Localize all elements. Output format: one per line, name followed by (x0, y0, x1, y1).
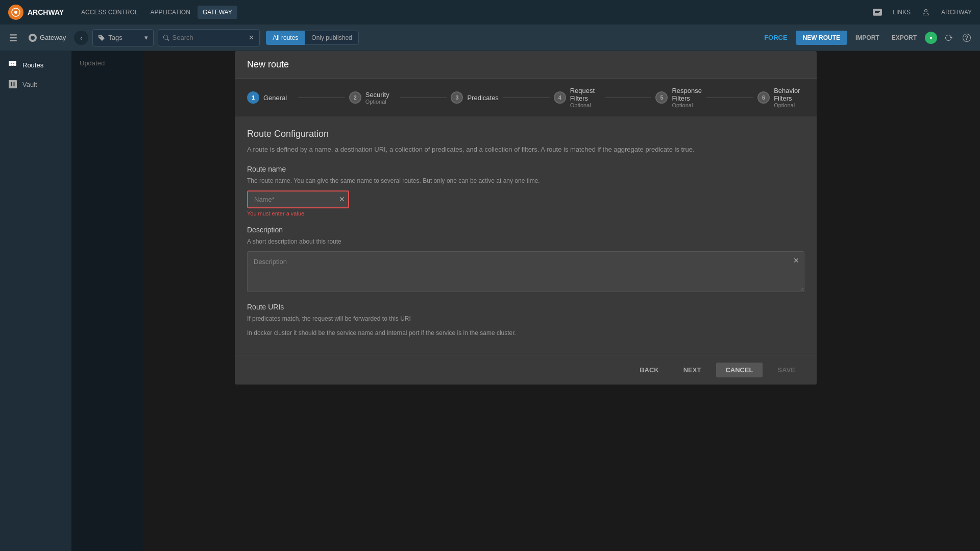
nav-gateway[interactable]: GATEWAY (198, 6, 237, 19)
step-2-circle: 2 (349, 91, 361, 104)
step-5-circle: 5 (655, 91, 668, 104)
route-name-input[interactable] (247, 190, 349, 208)
back-button[interactable]: BACK (630, 363, 668, 377)
nav-application[interactable]: APPLICATION (145, 6, 195, 19)
route-uris-title: Route URIs (247, 303, 804, 311)
stepper: 1 General 2 Security O (235, 79, 817, 116)
main-layout: Routes Vault New route 1 (0, 51, 980, 551)
modal-footer: BACK NEXT CANCEL SAVE (235, 355, 817, 385)
tags-dropdown-arrow: ▾ (144, 34, 148, 41)
step-4-sublabel: Optional (570, 102, 601, 108)
name-error-msg: You must enter a value (247, 210, 804, 217)
step-4-label: Request Filters (570, 87, 601, 102)
app-name: ARCHWAY (28, 8, 64, 16)
second-nav: Gateway ‹ Tags ▾ ✕ All routes Only publi… (0, 25, 980, 51)
search-clear-icon[interactable]: ✕ (249, 34, 254, 41)
refresh-icon[interactable] (941, 31, 955, 45)
step-6-sublabel: Optional (774, 102, 804, 108)
step-5[interactable]: 5 Response Filters Optional (655, 87, 702, 108)
search-icon (163, 34, 169, 41)
logo-icon (8, 5, 23, 20)
description-title: Description (247, 226, 804, 234)
content-area: New route 1 General (71, 51, 980, 551)
modal-title: New route (247, 59, 289, 69)
step-5-label: Response Filters (672, 87, 702, 102)
filter-only-published[interactable]: Only published (305, 31, 358, 45)
description-desc: A short description about this route (247, 237, 804, 246)
next-button[interactable]: NEXT (674, 363, 710, 377)
step-1[interactable]: 1 General (247, 91, 294, 104)
sidebar-item-routes[interactable]: Routes (0, 55, 71, 75)
step-1-label: General (263, 94, 287, 102)
top-nav: ARCHWAY ACCESS CONTROL APPLICATION GATEW… (0, 0, 980, 25)
route-name-title: Route name (247, 165, 804, 173)
app-logo[interactable]: ARCHWAY (8, 5, 64, 20)
routes-icon (8, 60, 17, 69)
links-btn[interactable]: LINKS (893, 9, 911, 16)
vault-icon (8, 80, 17, 89)
step-2-label: Security (365, 91, 389, 99)
step-6-label: Behavior Filters (774, 87, 804, 102)
filter-buttons: All routes Only published (266, 31, 358, 45)
step-6[interactable]: 6 Behavior Filters Optional (757, 87, 804, 108)
status-dot: ● (925, 32, 937, 44)
user-icon[interactable] (919, 5, 933, 19)
step-3[interactable]: 3 Predicates (451, 91, 498, 104)
step-connector-2 (400, 98, 447, 98)
force-button[interactable]: FORCE (760, 34, 792, 41)
modal-header: New route (235, 51, 817, 79)
chat-icon[interactable] (870, 5, 885, 19)
nav-back-btn[interactable]: ‹ (74, 31, 88, 45)
name-clear-icon[interactable]: ✕ (339, 195, 345, 203)
step-3-circle: 3 (451, 91, 463, 104)
gateway-label: Gateway (40, 34, 66, 41)
tags-select[interactable]: Tags ▾ (92, 29, 154, 46)
export-button[interactable]: EXPORT (888, 32, 921, 43)
cancel-button[interactable]: CANCEL (716, 363, 762, 377)
step-connector-5 (706, 98, 753, 98)
step-3-label: Predicates (467, 94, 498, 102)
tags-label: Tags (108, 34, 122, 41)
step-connector-3 (503, 98, 550, 98)
name-input-wrapper: ✕ (247, 190, 349, 208)
nav-access-control[interactable]: ACCESS CONTROL (76, 6, 143, 19)
vault-label: Vault (22, 81, 37, 88)
new-route-button[interactable]: NEW ROUTE (796, 31, 847, 45)
tag-icon (98, 34, 105, 41)
menu-icon[interactable] (6, 31, 20, 45)
save-button[interactable]: SAVE (769, 363, 804, 377)
svg-point-1 (14, 11, 17, 14)
search-box[interactable]: ✕ (158, 29, 260, 46)
routes-label: Routes (22, 61, 43, 69)
gateway-nav-item[interactable]: Gateway (24, 32, 70, 44)
import-button[interactable]: IMPORT (851, 32, 884, 43)
new-route-modal: New route 1 General (235, 51, 817, 385)
route-uris-desc1: If predicates match, the request will be… (247, 314, 804, 323)
filter-all-routes[interactable]: All routes (266, 31, 305, 45)
route-name-desc: The route name. You can give the same na… (247, 176, 804, 185)
step-1-circle: 1 (247, 91, 259, 104)
help-icon[interactable] (960, 31, 974, 45)
route-config-title: Route Configuration (247, 129, 804, 139)
modal-body: Route Configuration A route is defined b… (235, 116, 817, 355)
archway-user-btn[interactable]: ARCHWAY (941, 9, 972, 16)
desc-clear-icon[interactable]: ✕ (793, 256, 799, 265)
search-input[interactable] (173, 34, 246, 41)
sidebar: Routes Vault (0, 51, 71, 551)
sidebar-item-vault[interactable]: Vault (0, 75, 71, 94)
second-nav-icons: ● (925, 31, 974, 45)
description-textarea[interactable] (247, 251, 804, 292)
step-5-sublabel: Optional (672, 102, 702, 108)
top-nav-links: ACCESS CONTROL APPLICATION GATEWAY (76, 6, 237, 19)
route-config-desc: A route is defined by a name, a destinat… (247, 145, 804, 155)
step-4[interactable]: 4 Request Filters Optional (554, 87, 601, 108)
top-nav-right: LINKS ARCHWAY (870, 5, 972, 19)
modal-overlay: New route 1 General (71, 51, 980, 551)
step-6-circle: 6 (757, 91, 770, 104)
step-connector-4 (605, 98, 652, 98)
gateway-icon (29, 34, 37, 42)
step-connector-1 (298, 98, 345, 98)
desc-textarea-wrapper: ✕ (247, 251, 804, 294)
route-uris-desc2: In docker cluster it should be the servi… (247, 328, 804, 338)
step-2[interactable]: 2 Security Optional (349, 91, 396, 105)
